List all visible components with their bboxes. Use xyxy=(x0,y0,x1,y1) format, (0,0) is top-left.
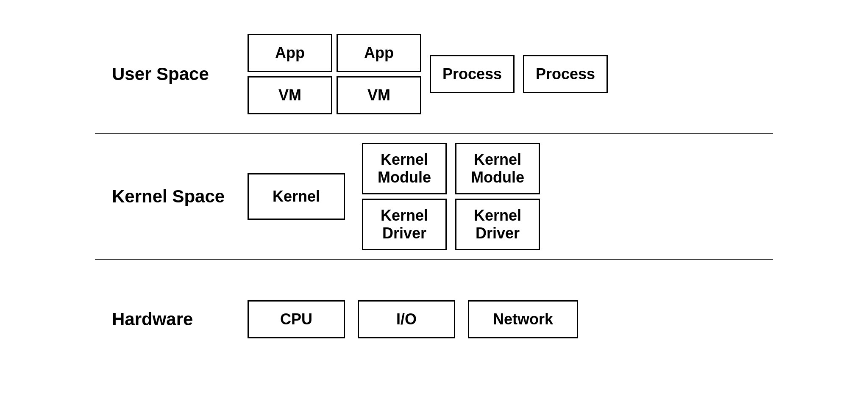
kernel-box: Kernel xyxy=(248,173,345,220)
kernel-space-content: Kernel KernelModule KernelDriver KernelM… xyxy=(248,143,756,250)
kernel-driver-box-1: KernelDriver xyxy=(362,199,447,250)
process-group: Process Process xyxy=(430,55,608,93)
app-vm-group: App App VM VM xyxy=(248,34,421,114)
app-row: App App xyxy=(248,34,421,72)
io-box: I/O xyxy=(358,300,455,338)
vm-box-2: VM xyxy=(337,76,421,114)
kernel-space-label: Kernel Space xyxy=(112,186,248,207)
vm-row: VM VM xyxy=(248,76,421,114)
kernel-space-layer: Kernel Space Kernel KernelModule KernelD… xyxy=(95,134,773,259)
user-space-content: App App VM VM Process Process xyxy=(248,34,756,114)
architecture-diagram: User Space App App VM VM Process Process… xyxy=(95,14,773,379)
cpu-box: CPU xyxy=(248,300,345,338)
kernel-driver-box-2: KernelDriver xyxy=(455,199,540,250)
app-box-2: App xyxy=(337,34,421,72)
process-box-1: Process xyxy=(430,55,515,93)
user-space-layer: User Space App App VM VM Process Process xyxy=(95,14,773,133)
hardware-label: Hardware xyxy=(112,309,248,329)
process-box-2: Process xyxy=(523,55,608,93)
vm-box-1: VM xyxy=(248,76,332,114)
app-box-1: App xyxy=(248,34,332,72)
kernel-col-2: KernelModule KernelDriver xyxy=(455,143,540,250)
kernel-modules-group: KernelModule KernelDriver KernelModule K… xyxy=(362,143,540,250)
network-box: Network xyxy=(468,300,578,338)
hardware-content: CPU I/O Network xyxy=(248,300,756,338)
kernel-col-1: KernelModule KernelDriver xyxy=(362,143,447,250)
hardware-layer: Hardware CPU I/O Network xyxy=(95,260,773,379)
user-space-label: User Space xyxy=(112,64,248,84)
kernel-module-box-2: KernelModule xyxy=(455,143,540,194)
kernel-module-box-1: KernelModule xyxy=(362,143,447,194)
